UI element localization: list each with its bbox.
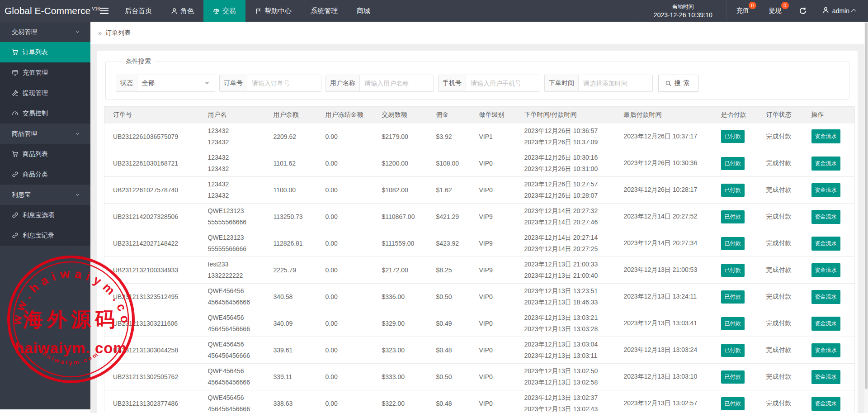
local-time-value: 2023-12-26 10:39:10: [654, 11, 712, 19]
balance-cell: 112826.81: [265, 230, 317, 257]
recharge-button[interactable]: 充值 0: [726, 0, 759, 22]
pay-status-cell: 已付款: [712, 390, 758, 413]
sidebar-item[interactable]: 充值管理: [0, 62, 90, 83]
admin-menu[interactable]: admin: [814, 0, 868, 22]
sidebar-group[interactable]: 商品管理: [0, 123, 90, 144]
last-pay-time-cell: 2023年12月13日 21:00:53: [615, 257, 712, 284]
frozen-cell: 0.00: [317, 390, 373, 413]
nav-item[interactable]: 交易: [203, 0, 245, 22]
last-pay-time-cell: 2023年12月14日 20:27:34: [615, 230, 712, 257]
order-time-cell: 2023年12月13日 13:02:502023年12月13日 13:02:58: [516, 364, 615, 390]
order-status-cell: 完成付款: [758, 390, 803, 413]
paid-badge: 已付款: [721, 344, 745, 357]
sidebar-item[interactable]: 提现管理: [0, 83, 90, 103]
search-input[interactable]: [579, 75, 652, 91]
cart-icon: [12, 151, 19, 157]
table-row: UB2312131303044258 QWE456456456456456666…: [104, 337, 855, 364]
pay-status-cell: 已付款: [712, 337, 758, 364]
order-status-cell: 完成付款: [758, 257, 803, 284]
user-cell: test2331332222222: [199, 257, 265, 284]
paid-badge: 已付款: [721, 290, 745, 304]
link-icon: [12, 212, 19, 218]
local-time-block: 当地时间 2023-12-26 10:39:10: [640, 0, 726, 22]
sidebar-item[interactable]: 利息宝记录: [0, 225, 90, 246]
status-select[interactable]: 全部: [137, 75, 215, 91]
commission-cell: $1.62: [428, 177, 471, 204]
scrollbar-thumb[interactable]: [865, 23, 868, 389]
sidebar-item[interactable]: 商品分类: [0, 164, 90, 185]
balance-cell: 113250.73: [265, 204, 317, 230]
last-pay-time-cell: 2023年12月13日 13:03:41: [615, 310, 712, 337]
admin-name: admin: [832, 7, 849, 14]
funds-flow-button[interactable]: 资金流水: [811, 157, 840, 171]
hamburger-menu-icon[interactable]: [93, 0, 115, 22]
funds-flow-button[interactable]: 资金流水: [811, 263, 840, 277]
order-no-cell: UB2312142027148422: [104, 230, 199, 257]
commission-cell: $0.50: [428, 284, 471, 310]
commission-cell: $421.29: [428, 204, 471, 230]
level-cell: VIP0: [471, 177, 516, 204]
funds-flow-button[interactable]: 资金流水: [811, 317, 840, 331]
funds-flow-button[interactable]: 资金流水: [811, 237, 840, 251]
chevron-down-icon: [75, 29, 80, 35]
search-input[interactable]: [360, 75, 434, 91]
funds-flow-button[interactable]: 资金流水: [811, 370, 840, 384]
pay-status-cell: 已付款: [712, 230, 758, 257]
commission-cell: $0.49: [428, 310, 471, 337]
nav-item[interactable]: 商城: [347, 0, 380, 22]
nav-item[interactable]: 帮助中心: [245, 0, 301, 22]
paid-badge: 已付款: [721, 130, 745, 143]
action-cell: 资金流水: [803, 364, 855, 390]
search-field: 手机号: [438, 75, 540, 92]
column-header: 用户名: [199, 107, 265, 123]
last-pay-time-cell: 2023年12月14日 20:27:52: [615, 204, 712, 230]
action-cell: 资金流水: [803, 310, 855, 337]
sidebar: 交易管理 订单列表 充值管理 提现管理 交易控制 商品管理 商品列表 商品分类 …: [0, 22, 90, 409]
search-field: 用户名称: [326, 75, 434, 92]
action-cell: 资金流水: [803, 123, 855, 150]
funds-flow-button[interactable]: 资金流水: [811, 343, 840, 357]
balance-cell: 1100.00: [265, 177, 317, 204]
withdraw-button[interactable]: 提现 0: [759, 0, 792, 22]
funds-flow-button[interactable]: 资金流水: [811, 210, 840, 224]
funds-flow-button[interactable]: 资金流水: [811, 290, 840, 304]
order-status-cell: 完成付款: [758, 204, 803, 230]
sidebar-item[interactable]: 商品列表: [0, 144, 90, 164]
order-time-cell: 2023年12月13日 13:02:372023年12月13日 13:02:43: [516, 390, 615, 413]
sidebar-item[interactable]: 交易控制: [0, 103, 90, 123]
sidebar-item[interactable]: 利息宝选项: [0, 205, 90, 225]
commission-cell: $0.48: [428, 337, 471, 364]
funds-flow-button[interactable]: 资金流水: [811, 129, 840, 143]
order-no-cell: UB2312261036575079: [104, 123, 199, 150]
refresh-icon[interactable]: [792, 0, 814, 22]
action-cell: 资金流水: [803, 337, 855, 364]
search-field: 下单时间: [544, 75, 653, 92]
table-row: UB2312131303211606 QWE456456456456456666…: [104, 310, 855, 337]
order-no-cell: UB2312131323512495: [104, 284, 199, 310]
nav-item[interactable]: 后台首页: [115, 0, 161, 22]
order-no-cell: UB2312142027328506: [104, 204, 199, 230]
frozen-cell: 0.00: [317, 230, 373, 257]
last-pay-time-cell: 2023年12月26日 10:37:17: [615, 123, 712, 150]
search-input[interactable]: [247, 75, 321, 91]
search-button[interactable]: 搜索: [658, 75, 698, 92]
sidebar-item[interactable]: 订单列表: [0, 42, 90, 62]
column-header: 最后付款时间: [615, 107, 712, 123]
chevron-down-icon: [75, 131, 80, 137]
order-status-cell: 完成付款: [758, 284, 803, 310]
search-field-label: 状态: [116, 75, 137, 91]
funds-flow-button[interactable]: 资金流水: [811, 397, 840, 411]
order-no-cell: UB2312131303044258: [104, 337, 199, 364]
search-input[interactable]: [466, 75, 540, 91]
level-cell: VIP9: [471, 257, 516, 284]
sidebar-group[interactable]: 交易管理: [0, 22, 90, 42]
app-logo: Global E-CommerceV16: [0, 0, 93, 22]
frozen-cell: 0.00: [317, 123, 373, 150]
sidebar-group[interactable]: 利息宝: [0, 185, 90, 205]
column-header: 做单级别: [471, 107, 516, 123]
funds-flow-button[interactable]: 资金流水: [811, 183, 840, 197]
nav-item[interactable]: 系统管理: [301, 0, 347, 22]
column-header: 用户余额: [265, 107, 317, 123]
nav-item[interactable]: 角色: [161, 0, 203, 22]
frozen-cell: 0.00: [317, 177, 373, 204]
